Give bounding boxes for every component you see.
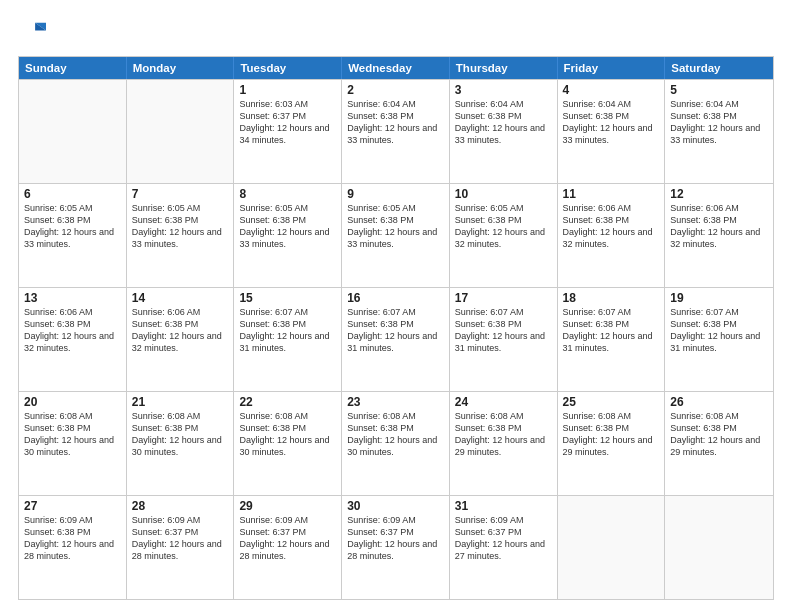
day-number: 19 — [670, 291, 768, 305]
calendar-cell-1-4: 10Sunrise: 6:05 AM Sunset: 6:38 PM Dayli… — [450, 184, 558, 287]
calendar-cell-0-1 — [127, 80, 235, 183]
day-detail: Sunrise: 6:04 AM Sunset: 6:38 PM Dayligh… — [670, 98, 768, 147]
day-number: 3 — [455, 83, 552, 97]
day-number: 15 — [239, 291, 336, 305]
day-number: 27 — [24, 499, 121, 513]
day-number: 7 — [132, 187, 229, 201]
calendar-cell-2-4: 17Sunrise: 6:07 AM Sunset: 6:38 PM Dayli… — [450, 288, 558, 391]
day-number: 31 — [455, 499, 552, 513]
calendar-cell-1-6: 12Sunrise: 6:06 AM Sunset: 6:38 PM Dayli… — [665, 184, 773, 287]
logo — [18, 18, 50, 46]
weekday-header-thursday: Thursday — [450, 57, 558, 79]
day-number: 1 — [239, 83, 336, 97]
day-detail: Sunrise: 6:06 AM Sunset: 6:38 PM Dayligh… — [24, 306, 121, 355]
day-detail: Sunrise: 6:04 AM Sunset: 6:38 PM Dayligh… — [563, 98, 660, 147]
calendar-cell-2-2: 15Sunrise: 6:07 AM Sunset: 6:38 PM Dayli… — [234, 288, 342, 391]
day-detail: Sunrise: 6:08 AM Sunset: 6:38 PM Dayligh… — [670, 410, 768, 459]
calendar-cell-0-2: 1Sunrise: 6:03 AM Sunset: 6:37 PM Daylig… — [234, 80, 342, 183]
day-number: 26 — [670, 395, 768, 409]
day-number: 8 — [239, 187, 336, 201]
day-number: 23 — [347, 395, 444, 409]
day-number: 30 — [347, 499, 444, 513]
day-detail: Sunrise: 6:07 AM Sunset: 6:38 PM Dayligh… — [347, 306, 444, 355]
day-number: 29 — [239, 499, 336, 513]
calendar-cell-4-0: 27Sunrise: 6:09 AM Sunset: 6:38 PM Dayli… — [19, 496, 127, 599]
day-detail: Sunrise: 6:08 AM Sunset: 6:38 PM Dayligh… — [347, 410, 444, 459]
day-number: 21 — [132, 395, 229, 409]
weekday-header-wednesday: Wednesday — [342, 57, 450, 79]
calendar-cell-2-1: 14Sunrise: 6:06 AM Sunset: 6:38 PM Dayli… — [127, 288, 235, 391]
day-detail: Sunrise: 6:05 AM Sunset: 6:38 PM Dayligh… — [239, 202, 336, 251]
calendar-cell-1-2: 8Sunrise: 6:05 AM Sunset: 6:38 PM Daylig… — [234, 184, 342, 287]
day-number: 22 — [239, 395, 336, 409]
calendar-cell-0-5: 4Sunrise: 6:04 AM Sunset: 6:38 PM Daylig… — [558, 80, 666, 183]
day-number: 20 — [24, 395, 121, 409]
day-number: 25 — [563, 395, 660, 409]
day-number: 6 — [24, 187, 121, 201]
weekday-header-tuesday: Tuesday — [234, 57, 342, 79]
calendar-cell-3-2: 22Sunrise: 6:08 AM Sunset: 6:38 PM Dayli… — [234, 392, 342, 495]
day-detail: Sunrise: 6:05 AM Sunset: 6:38 PM Dayligh… — [347, 202, 444, 251]
day-detail: Sunrise: 6:06 AM Sunset: 6:38 PM Dayligh… — [670, 202, 768, 251]
calendar-row-4: 27Sunrise: 6:09 AM Sunset: 6:38 PM Dayli… — [19, 495, 773, 599]
day-number: 2 — [347, 83, 444, 97]
calendar-cell-4-6 — [665, 496, 773, 599]
day-detail: Sunrise: 6:07 AM Sunset: 6:38 PM Dayligh… — [455, 306, 552, 355]
calendar-cell-2-0: 13Sunrise: 6:06 AM Sunset: 6:38 PM Dayli… — [19, 288, 127, 391]
calendar-cell-3-0: 20Sunrise: 6:08 AM Sunset: 6:38 PM Dayli… — [19, 392, 127, 495]
day-number: 9 — [347, 187, 444, 201]
day-detail: Sunrise: 6:05 AM Sunset: 6:38 PM Dayligh… — [132, 202, 229, 251]
day-number: 17 — [455, 291, 552, 305]
calendar-row-2: 13Sunrise: 6:06 AM Sunset: 6:38 PM Dayli… — [19, 287, 773, 391]
weekday-header-friday: Friday — [558, 57, 666, 79]
day-detail: Sunrise: 6:05 AM Sunset: 6:38 PM Dayligh… — [24, 202, 121, 251]
day-number: 13 — [24, 291, 121, 305]
calendar-cell-0-0 — [19, 80, 127, 183]
weekday-header-sunday: Sunday — [19, 57, 127, 79]
calendar-cell-3-6: 26Sunrise: 6:08 AM Sunset: 6:38 PM Dayli… — [665, 392, 773, 495]
day-detail: Sunrise: 6:09 AM Sunset: 6:38 PM Dayligh… — [24, 514, 121, 563]
calendar-cell-0-6: 5Sunrise: 6:04 AM Sunset: 6:38 PM Daylig… — [665, 80, 773, 183]
calendar-body: 1Sunrise: 6:03 AM Sunset: 6:37 PM Daylig… — [19, 79, 773, 599]
calendar-row-1: 6Sunrise: 6:05 AM Sunset: 6:38 PM Daylig… — [19, 183, 773, 287]
page: SundayMondayTuesdayWednesdayThursdayFrid… — [0, 0, 792, 612]
day-detail: Sunrise: 6:08 AM Sunset: 6:38 PM Dayligh… — [563, 410, 660, 459]
calendar-cell-4-5 — [558, 496, 666, 599]
day-detail: Sunrise: 6:08 AM Sunset: 6:38 PM Dayligh… — [24, 410, 121, 459]
day-detail: Sunrise: 6:04 AM Sunset: 6:38 PM Dayligh… — [455, 98, 552, 147]
day-detail: Sunrise: 6:09 AM Sunset: 6:37 PM Dayligh… — [347, 514, 444, 563]
day-number: 4 — [563, 83, 660, 97]
calendar-cell-1-1: 7Sunrise: 6:05 AM Sunset: 6:38 PM Daylig… — [127, 184, 235, 287]
calendar-row-0: 1Sunrise: 6:03 AM Sunset: 6:37 PM Daylig… — [19, 79, 773, 183]
calendar-cell-3-5: 25Sunrise: 6:08 AM Sunset: 6:38 PM Dayli… — [558, 392, 666, 495]
calendar-row-3: 20Sunrise: 6:08 AM Sunset: 6:38 PM Dayli… — [19, 391, 773, 495]
calendar-cell-4-3: 30Sunrise: 6:09 AM Sunset: 6:37 PM Dayli… — [342, 496, 450, 599]
day-number: 18 — [563, 291, 660, 305]
calendar-cell-2-6: 19Sunrise: 6:07 AM Sunset: 6:38 PM Dayli… — [665, 288, 773, 391]
calendar-cell-0-4: 3Sunrise: 6:04 AM Sunset: 6:38 PM Daylig… — [450, 80, 558, 183]
day-detail: Sunrise: 6:09 AM Sunset: 6:37 PM Dayligh… — [455, 514, 552, 563]
calendar-cell-0-3: 2Sunrise: 6:04 AM Sunset: 6:38 PM Daylig… — [342, 80, 450, 183]
calendar-cell-1-3: 9Sunrise: 6:05 AM Sunset: 6:38 PM Daylig… — [342, 184, 450, 287]
calendar-cell-4-4: 31Sunrise: 6:09 AM Sunset: 6:37 PM Dayli… — [450, 496, 558, 599]
day-number: 16 — [347, 291, 444, 305]
day-detail: Sunrise: 6:09 AM Sunset: 6:37 PM Dayligh… — [239, 514, 336, 563]
calendar-cell-3-3: 23Sunrise: 6:08 AM Sunset: 6:38 PM Dayli… — [342, 392, 450, 495]
day-detail: Sunrise: 6:07 AM Sunset: 6:38 PM Dayligh… — [563, 306, 660, 355]
calendar-cell-3-4: 24Sunrise: 6:08 AM Sunset: 6:38 PM Dayli… — [450, 392, 558, 495]
day-detail: Sunrise: 6:08 AM Sunset: 6:38 PM Dayligh… — [239, 410, 336, 459]
day-detail: Sunrise: 6:09 AM Sunset: 6:37 PM Dayligh… — [132, 514, 229, 563]
calendar-cell-2-3: 16Sunrise: 6:07 AM Sunset: 6:38 PM Dayli… — [342, 288, 450, 391]
calendar-cell-1-5: 11Sunrise: 6:06 AM Sunset: 6:38 PM Dayli… — [558, 184, 666, 287]
logo-icon — [18, 18, 46, 46]
day-detail: Sunrise: 6:06 AM Sunset: 6:38 PM Dayligh… — [563, 202, 660, 251]
weekday-header-saturday: Saturday — [665, 57, 773, 79]
day-detail: Sunrise: 6:07 AM Sunset: 6:38 PM Dayligh… — [670, 306, 768, 355]
day-detail: Sunrise: 6:06 AM Sunset: 6:38 PM Dayligh… — [132, 306, 229, 355]
calendar-cell-4-1: 28Sunrise: 6:09 AM Sunset: 6:37 PM Dayli… — [127, 496, 235, 599]
day-detail: Sunrise: 6:03 AM Sunset: 6:37 PM Dayligh… — [239, 98, 336, 147]
calendar: SundayMondayTuesdayWednesdayThursdayFrid… — [18, 56, 774, 600]
day-detail: Sunrise: 6:08 AM Sunset: 6:38 PM Dayligh… — [455, 410, 552, 459]
day-number: 5 — [670, 83, 768, 97]
calendar-cell-1-0: 6Sunrise: 6:05 AM Sunset: 6:38 PM Daylig… — [19, 184, 127, 287]
